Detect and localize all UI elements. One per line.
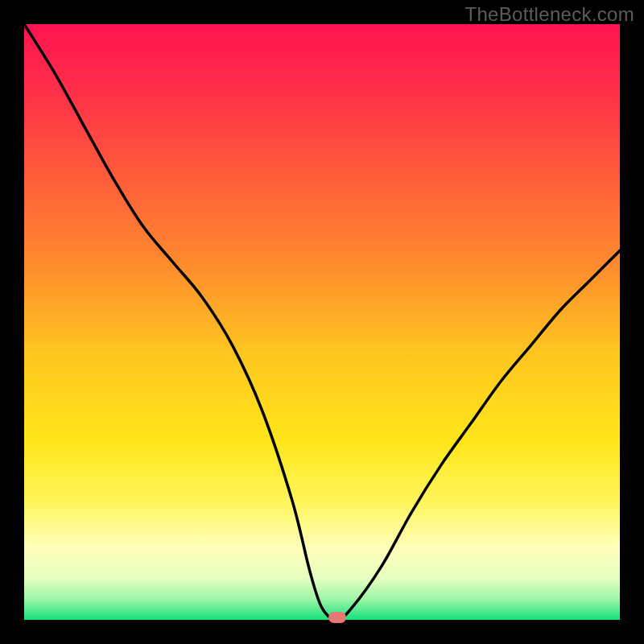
optimum-marker xyxy=(328,612,346,623)
gradient-background xyxy=(24,24,620,620)
chart-svg xyxy=(24,24,620,620)
chart-frame: TheBottleneck.com xyxy=(0,0,644,644)
watermark-text: TheBottleneck.com xyxy=(464,3,634,26)
plot-area xyxy=(24,24,620,620)
